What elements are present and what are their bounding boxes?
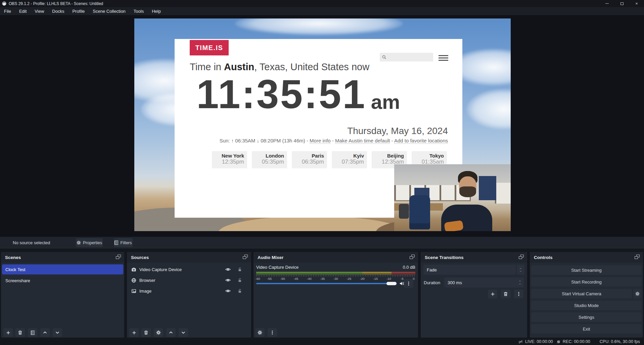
popout-icon[interactable] [635, 255, 640, 260]
cloud-decoration [467, 89, 511, 129]
audio-mixer-dock: Audio Mixer Video Capture Device 0.0 dB … [254, 252, 418, 338]
add-scene-button[interactable] [3, 328, 13, 337]
controls-dock: Controls Start Streaming Start Recording… [530, 252, 643, 338]
timeis-logo: TIME.IS [190, 40, 229, 55]
transition-select[interactable]: Fade [423, 265, 524, 275]
live-time: LIVE: 00:00:00 [525, 339, 553, 344]
trash-icon [18, 330, 22, 335]
mixer-volume-db: 0.0 dB [403, 265, 415, 270]
start-virtual-camera-button[interactable]: Start Virtual Camera [531, 289, 632, 298]
lock-icon[interactable] [237, 278, 242, 283]
volume-slider-handle[interactable] [386, 282, 397, 285]
eye-icon[interactable] [225, 288, 231, 294]
source-properties-button[interactable] [154, 328, 163, 337]
source-row-video-capture[interactable]: Video Capture Device [128, 264, 250, 274]
scene-move-down-button[interactable] [53, 328, 62, 337]
sun-info-line: Sun: ↑ 06:35AM ↓ 08:20PM (13h 46m) - Mor… [175, 138, 448, 143]
mixer-channel-menu-button[interactable] [404, 279, 413, 288]
remove-transition-button[interactable] [501, 290, 510, 298]
sources-dock-header[interactable]: Sources [127, 252, 251, 263]
menu-edit[interactable]: Edit [15, 7, 31, 15]
trash-icon [503, 292, 508, 296]
mixer-menu-button[interactable] [268, 328, 277, 337]
favorite-locations-link: Add to favorite locations [394, 138, 448, 144]
source-row-browser[interactable]: Browser [128, 275, 250, 285]
settings-button[interactable]: Settings [531, 312, 642, 322]
menu-profile[interactable]: Profile [68, 7, 89, 15]
source-move-up-button[interactable] [166, 328, 176, 337]
scenes-dock-header[interactable]: Scenes [1, 252, 124, 263]
rec-status-icon [556, 340, 561, 344]
chevron-down-icon [518, 283, 522, 285]
start-recording-button[interactable]: Start Recording [531, 277, 642, 287]
minimize-button[interactable] [600, 0, 614, 7]
scene-item-screenshare[interactable]: Screenshare [2, 275, 123, 286]
program-canvas[interactable]: TIME.IS Time in Austin, Texas, United St… [134, 18, 511, 231]
live-status-icon [518, 339, 523, 344]
source-status-text: No source selected [13, 240, 50, 245]
title-bar: OBS 29.1.2 - Profile: LLHLS BETA - Scene… [0, 0, 644, 7]
scene-transitions-dock: Scene Transitions Fade Duration 300 ms [421, 252, 527, 338]
scenes-dock: Scenes Clock Test Screenshare [1, 252, 124, 338]
chevron-up-icon [518, 280, 522, 282]
clock-ampm: am [371, 92, 400, 114]
virtual-camera-config-button[interactable] [633, 289, 642, 298]
menu-scene-collection[interactable]: Scene Collection [89, 7, 130, 15]
popout-icon[interactable] [116, 255, 121, 260]
mixer-channel-name: Video Capture Device [256, 265, 298, 270]
remove-source-button[interactable] [141, 328, 151, 337]
menu-docks[interactable]: Docks [48, 7, 68, 15]
cpu-fps-text: CPU: 0.6%, 30.00 fps [600, 339, 640, 344]
remove-scene-button[interactable] [15, 328, 25, 337]
plus-icon [6, 331, 10, 335]
close-button[interactable]: × [629, 0, 644, 7]
transition-menu-button[interactable] [514, 290, 523, 298]
hamburger-menu-icon [439, 55, 448, 61]
office-chair [409, 195, 430, 229]
add-source-button[interactable] [129, 328, 139, 337]
scene-item-clock-test[interactable]: Clock Test [2, 264, 123, 274]
meter-tick-labels: -60 -55 -50 -45 -40 -35 -30 -25 -20 -15 … [256, 276, 415, 281]
exit-button[interactable]: Exit [531, 324, 642, 334]
scene-filters-button[interactable] [28, 328, 37, 337]
kebab-icon [516, 292, 521, 296]
eye-icon[interactable] [225, 277, 231, 283]
transitions-dock-header[interactable]: Scene Transitions [421, 252, 527, 263]
properties-button[interactable]: Properties [76, 238, 103, 247]
filters-icon [31, 331, 35, 335]
maximize-button[interactable] [614, 0, 629, 7]
chevron-down-icon [55, 330, 60, 335]
menu-view[interactable]: View [31, 7, 48, 15]
studio-mode-button[interactable]: Studio Mode [531, 301, 642, 310]
popout-icon[interactable] [410, 255, 415, 260]
audio-mixer-dock-header[interactable]: Audio Mixer [254, 252, 418, 263]
popout-icon[interactable] [243, 255, 248, 260]
city-card: Kyiv07:35pm [332, 151, 367, 168]
clock-display: 11:35:51 am [196, 74, 400, 114]
webcam-source-region[interactable] [394, 164, 511, 231]
source-move-down-button[interactable] [179, 328, 188, 337]
menu-bar: File Edit View Docks Profile Scene Colle… [0, 7, 644, 15]
menu-tools[interactable]: Tools [130, 7, 148, 15]
globe-icon [131, 278, 136, 283]
start-streaming-button[interactable]: Start Streaming [531, 265, 642, 275]
lock-icon[interactable] [237, 289, 242, 293]
status-bar: LIVE: 00:00:00 REC: 00:00:00 CPU: 0.6%, … [0, 338, 644, 345]
menu-help[interactable]: Help [148, 7, 165, 15]
menu-file[interactable]: File [0, 7, 15, 15]
window-title: OBS 29.1.2 - Profile: LLHLS BETA - Scene… [9, 1, 103, 6]
lock-icon[interactable] [237, 267, 242, 272]
popout-icon[interactable] [519, 255, 524, 260]
eye-icon[interactable] [225, 267, 231, 272]
duration-spinner[interactable] [518, 280, 522, 285]
add-transition-button[interactable] [488, 290, 497, 298]
filters-button[interactable]: Filters [114, 238, 133, 247]
sources-dock: Sources Video Capture Device Browser Ima… [127, 252, 251, 338]
combo-spinner[interactable] [516, 265, 524, 275]
controls-dock-header[interactable]: Controls [530, 252, 643, 263]
advanced-audio-button[interactable] [255, 328, 265, 337]
scene-move-up-button[interactable] [40, 328, 50, 337]
volume-slider[interactable] [256, 283, 397, 284]
source-row-image[interactable]: Image [128, 286, 250, 296]
duration-input[interactable]: 300 ms [444, 277, 524, 288]
